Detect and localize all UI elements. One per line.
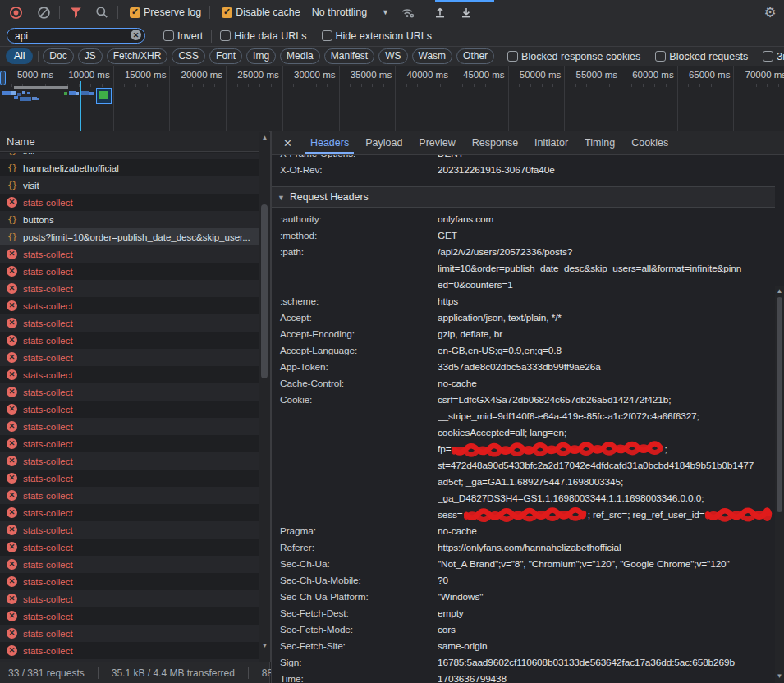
disable-cache-label[interactable]: Disable cache bbox=[236, 7, 300, 18]
checkbox-label[interactable]: Blocked requests bbox=[669, 51, 748, 62]
request-row[interactable]: ✕stats-collect bbox=[0, 194, 259, 211]
preserve-log-label[interactable]: Preserve log bbox=[144, 7, 201, 18]
disable-cache-checkbox[interactable]: ✓ bbox=[222, 7, 232, 18]
tab-initiator[interactable]: Initiator bbox=[526, 131, 576, 154]
request-row[interactable]: ✕stats-collect bbox=[0, 435, 259, 452]
request-row[interactable]: ✕stats-collect bbox=[0, 487, 259, 504]
devtools-tab-highlight bbox=[435, 0, 494, 2]
type-filter-media[interactable]: Media bbox=[280, 48, 320, 64]
request-row[interactable]: ✕stats-collect bbox=[0, 366, 259, 383]
blocked-requests-checkbox[interactable] bbox=[655, 51, 666, 62]
tab-response[interactable]: Response bbox=[464, 131, 526, 154]
request-row[interactable]: ✕stats-collect bbox=[0, 245, 259, 263]
request-row[interactable]: ✕stats-collect bbox=[0, 280, 259, 297]
request-row[interactable]: ✕stats-collect bbox=[0, 314, 259, 332]
header-value-text: https bbox=[438, 296, 458, 307]
request-row[interactable]: ✕stats-collect bbox=[0, 556, 259, 573]
type-filter-fetch-xhr[interactable]: Fetch/XHR bbox=[107, 48, 168, 64]
json-request-icon: {} bbox=[6, 214, 18, 225]
network-conditions-button[interactable] bbox=[397, 2, 419, 23]
search-button[interactable] bbox=[91, 2, 112, 23]
request-row[interactable]: ✕stats-collect bbox=[0, 418, 259, 435]
type-filter-css[interactable]: CSS bbox=[172, 48, 205, 64]
request-row[interactable]: ✕stats-collect bbox=[0, 332, 259, 349]
invert-checkbox[interactable] bbox=[163, 30, 174, 41]
request-row[interactable]: ✕stats-collect bbox=[0, 642, 259, 659]
request-row[interactable]: ✕stats-collect bbox=[0, 383, 259, 401]
type-filter-ws[interactable]: WS bbox=[378, 48, 407, 64]
request-row[interactable]: ✕stats-collect bbox=[0, 590, 259, 607]
request-row[interactable]: {}visit bbox=[0, 176, 259, 194]
request-row[interactable]: ✕stats-collect bbox=[0, 504, 259, 521]
preserve-log-checkbox[interactable]: ✓ bbox=[130, 7, 140, 18]
checkbox-label[interactable]: Blocked response cookies bbox=[521, 51, 640, 62]
close-icon[interactable]: ✕ bbox=[272, 137, 302, 149]
request-row[interactable]: ✕stats-collect bbox=[0, 521, 259, 539]
filter-input[interactable] bbox=[7, 28, 145, 44]
request-row[interactable]: ✕stats-collect bbox=[0, 401, 259, 418]
scrollbar-thumb[interactable] bbox=[261, 204, 268, 378]
import-har-button[interactable] bbox=[429, 2, 451, 23]
tab-preview[interactable]: Preview bbox=[410, 131, 463, 154]
export-har-button[interactable] bbox=[456, 2, 477, 23]
overview-minor-tick bbox=[756, 84, 757, 87]
type-filter-other[interactable]: Other bbox=[456, 48, 494, 64]
type-filter-doc[interactable]: Doc bbox=[43, 48, 73, 64]
request-name: stats-collect bbox=[23, 577, 73, 587]
details-scrollbar[interactable]: ▲ ▼ bbox=[775, 286, 784, 683]
scrollbar-thumb[interactable] bbox=[777, 297, 782, 512]
blocked-response-cookies-checkbox[interactable] bbox=[507, 51, 518, 62]
invert-label[interactable]: Invert bbox=[177, 30, 203, 42]
clear-filter-icon[interactable]: ✕ bbox=[131, 30, 141, 40]
clear-button[interactable] bbox=[33, 2, 54, 23]
type-filter-manifest[interactable]: Manifest bbox=[324, 48, 374, 64]
request-row[interactable]: {}hannahelizabethofficial bbox=[0, 159, 259, 176]
request-row[interactable]: {}init bbox=[0, 153, 259, 159]
type-filter-all[interactable]: All bbox=[6, 48, 33, 64]
request-row[interactable]: ✕stats-collect bbox=[0, 625, 259, 642]
throttling-select[interactable]: No throttling bbox=[312, 7, 367, 18]
scroll-up-icon[interactable]: ▲ bbox=[775, 287, 784, 296]
tab-payload[interactable]: Payload bbox=[357, 131, 410, 154]
request-row[interactable]: ✕stats-collect bbox=[0, 607, 259, 625]
hide-extension-urls-checkbox[interactable] bbox=[322, 30, 332, 41]
type-filter-img[interactable]: Img bbox=[246, 48, 276, 64]
scroll-down-icon[interactable]: ▼ bbox=[775, 672, 784, 681]
request-row[interactable]: ✕stats-collect bbox=[0, 452, 259, 470]
error-icon: ✕ bbox=[7, 576, 17, 587]
tab-timing[interactable]: Timing bbox=[576, 131, 623, 154]
header-name: Accept: bbox=[280, 309, 438, 326]
request-row[interactable]: {}posts?limit=10&order=publish_date_desc… bbox=[0, 228, 259, 245]
type-filter-wasm[interactable]: Wasm bbox=[412, 48, 453, 64]
request-row[interactable]: ✕stats-collect bbox=[0, 470, 259, 487]
filter-toggle-button[interactable] bbox=[65, 2, 86, 23]
hide-data-urls-label[interactable]: Hide data URLs bbox=[234, 30, 306, 42]
chevron-down-icon[interactable]: ▼ bbox=[382, 8, 389, 16]
scroll-down-icon[interactable]: ▼ bbox=[259, 642, 270, 650]
header-value: 202312261916-30670fa40e bbox=[438, 162, 775, 178]
tab-cookies[interactable]: Cookies bbox=[623, 131, 676, 154]
3rd-party-requests-checkbox[interactable] bbox=[763, 51, 773, 62]
header-name: Sec-Ch-Ua-Mobile: bbox=[280, 572, 438, 589]
request-row[interactable]: {}buttons bbox=[0, 211, 259, 228]
request-row[interactable]: ✕stats-collect bbox=[0, 349, 259, 366]
type-filter-font[interactable]: Font bbox=[209, 48, 242, 64]
tab-headers[interactable]: Headers bbox=[302, 131, 357, 154]
hide-data-urls-checkbox[interactable] bbox=[220, 30, 231, 41]
checkbox-label[interactable]: 3rd-party requests bbox=[777, 51, 784, 62]
record-button[interactable] bbox=[5, 2, 26, 23]
request-row[interactable]: ✕stats-collect bbox=[0, 539, 259, 556]
request-row[interactable]: ✕stats-collect bbox=[0, 263, 259, 280]
name-column-header[interactable]: Name bbox=[0, 131, 270, 152]
error-icon: ✕ bbox=[7, 300, 17, 311]
request-list-scrollbar[interactable]: ▲ ▼ bbox=[259, 132, 271, 662]
request-headers-section-header[interactable]: ▼Request Headers bbox=[272, 186, 775, 208]
settings-button[interactable]: ⚙ bbox=[759, 2, 781, 23]
network-overview-timeline[interactable]: 5000 ms10000 ms15000 ms20000 ms25000 ms3… bbox=[0, 66, 784, 132]
scroll-up-icon[interactable]: ▲ bbox=[259, 134, 270, 142]
header-name: :path: bbox=[280, 244, 438, 293]
request-row[interactable]: ✕stats-collect bbox=[0, 573, 259, 590]
hide-extension-urls-label[interactable]: Hide extension URLs bbox=[336, 30, 432, 42]
type-filter-js[interactable]: JS bbox=[78, 48, 103, 64]
request-row[interactable]: ✕stats-collect bbox=[0, 297, 259, 314]
